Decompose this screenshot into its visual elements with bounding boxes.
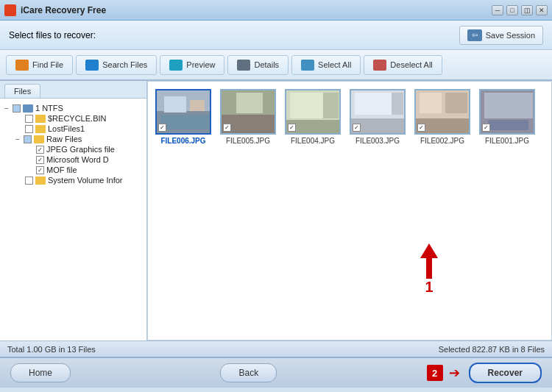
preview-icon (169, 60, 183, 71)
toolbar: Find File Search Files Preview Details S… (0, 50, 552, 81)
deselect-icon (373, 60, 386, 71)
jpeg-label: JPEG Graphics file (46, 145, 115, 154)
svg-rect-7 (236, 93, 263, 113)
tab-bar: Files (0, 81, 146, 99)
file-item-002[interactable]: ✓ FILE002.JPG (413, 88, 472, 146)
title-left: iCare Recovery Free (4, 4, 106, 16)
svg-rect-27 (488, 120, 528, 130)
checkbox-sysvol[interactable] (25, 177, 33, 185)
app-icon (4, 4, 16, 16)
thumb-004: ✓ (285, 89, 341, 135)
svg-rect-12 (323, 93, 339, 118)
file-tree-sidebar: Files − 1 NTFS $RECYCLE.BIN (0, 81, 147, 341)
svg-rect-2 (164, 96, 186, 113)
deselect-all-button[interactable]: Deselect All (364, 55, 442, 75)
header-prompt: Select files to recover: (9, 30, 96, 40)
close-button[interactable]: ✕ (536, 5, 548, 15)
checkbox-rawfiles[interactable] (24, 135, 32, 143)
home-button[interactable]: Home (10, 363, 71, 382)
checkbox-word[interactable] (36, 156, 44, 164)
recover-area: 2 ➔ Recover (427, 363, 542, 383)
checkbox-recycle[interactable] (25, 115, 33, 123)
annotation-1: 1 (420, 243, 438, 296)
word-label: Microsoft Word D (46, 155, 109, 164)
svg-rect-21 (420, 93, 442, 113)
window-controls: ─ □ ◫ ✕ (492, 5, 548, 15)
file-item-003[interactable]: ✓ FILE003.JPG (348, 88, 407, 146)
file-label-004: FILE004.JPG (291, 137, 335, 145)
tree-item-ntfs[interactable]: − 1 NTFS (3, 103, 144, 113)
file-label-002: FILE002.JPG (420, 137, 464, 145)
minimize-button[interactable]: ─ (492, 5, 503, 15)
back-button[interactable]: Back (220, 363, 277, 382)
recycle-label: $RECYCLE.BIN (48, 114, 106, 123)
file-grid: ✓ FILE006.JPG ✓ FILE005.JPG (147, 81, 552, 341)
file-label-006: FILE006.JPG (160, 137, 205, 145)
select-all-button[interactable]: Select All (291, 55, 361, 75)
tree-item-mof[interactable]: MOF file (3, 165, 144, 175)
deselect-all-label: Deselect All (390, 60, 432, 69)
tree-item-sysvol[interactable]: System Volume Infor (3, 175, 144, 185)
file-item-001[interactable]: ✓ FILE001.JPG (478, 88, 537, 146)
search-files-button[interactable]: Search Files (76, 55, 157, 75)
svg-rect-16 (355, 93, 392, 115)
status-right: Selected 822.87 KB in 8 Files (439, 345, 545, 354)
main-content: Files − 1 NTFS $RECYCLE.BIN (0, 81, 552, 341)
thumb-006: ✓ (155, 89, 211, 135)
tree-area: − 1 NTFS $RECYCLE.BIN LostFiles1 (0, 99, 146, 190)
tree-item-jpeg[interactable]: JPEG Graphics file (3, 144, 144, 154)
tree-item-lostfiles[interactable]: LostFiles1 (3, 124, 144, 134)
annotation-arrow-right: ➔ (449, 365, 460, 381)
maximize-button[interactable]: □ (506, 5, 518, 15)
folder-sysvol-icon (35, 177, 46, 185)
save-session-label: Save Session (486, 31, 535, 40)
thumb-002: ✓ (414, 89, 470, 135)
details-button[interactable]: Details (227, 55, 289, 75)
search-files-label: Search Files (102, 60, 147, 69)
find-file-label: Find File (32, 60, 63, 69)
preview-button[interactable]: Preview (160, 55, 224, 75)
expand-ntfs-icon: − (3, 104, 10, 112)
file-label-005: FILE005.JPG (226, 137, 270, 145)
check-005[interactable]: ✓ (223, 124, 231, 132)
checkbox-lostfiles[interactable] (25, 125, 33, 133)
thumb-001: ✓ (479, 89, 535, 135)
files-tab[interactable]: Files (4, 84, 40, 98)
title-bar: iCare Recovery Free ─ □ ◫ ✕ (0, 0, 552, 21)
tree-item-rawfiles[interactable]: − Raw Files (3, 134, 144, 144)
checkbox-ntfs[interactable] (13, 104, 21, 113)
svg-rect-22 (445, 93, 467, 113)
select-all-label: Select All (318, 60, 351, 69)
tree-item-word[interactable]: Microsoft Word D (3, 154, 144, 165)
check-002[interactable]: ✓ (417, 124, 425, 132)
check-001[interactable]: ✓ (482, 124, 490, 132)
find-file-button[interactable]: Find File (6, 55, 73, 75)
find-icon (15, 60, 29, 71)
ntfs-label: 1 NTFS (35, 104, 63, 113)
grid-container: ✓ FILE006.JPG ✓ FILE005.JPG (147, 81, 552, 341)
check-006[interactable]: ✓ (158, 124, 166, 132)
restore-button[interactable]: ◫ (521, 5, 533, 15)
check-004[interactable]: ✓ (288, 124, 296, 132)
search-icon (85, 60, 99, 71)
sysvol-label: System Volume Infor (48, 176, 123, 185)
svg-rect-4 (160, 115, 209, 129)
checkbox-mof[interactable] (36, 166, 44, 174)
file-item-004[interactable]: ✓ FILE004.JPG (283, 88, 342, 146)
save-session-button[interactable]: ⇦ Save Session (459, 26, 543, 45)
file-item-005[interactable]: ✓ FILE005.JPG (219, 88, 277, 146)
tree-item-recycle[interactable]: $RECYCLE.BIN (3, 113, 144, 124)
preview-label: Preview (186, 60, 215, 69)
folder-recycle-icon (35, 115, 46, 123)
thumb-005: ✓ (220, 89, 276, 135)
status-bar: Total 1.00 GB in 13 Files Selected 822.8… (0, 341, 552, 357)
check-003[interactable]: ✓ (353, 124, 361, 132)
checkbox-jpeg[interactable] (36, 146, 44, 154)
details-icon (237, 60, 250, 71)
selectall-icon (301, 60, 314, 71)
mof-label: MOF file (46, 165, 77, 174)
drive-icon (23, 104, 33, 113)
annotation-number-2: 2 (427, 365, 443, 381)
recover-button[interactable]: Recover (469, 363, 542, 383)
file-item-006[interactable]: ✓ FILE006.JPG (154, 88, 213, 146)
